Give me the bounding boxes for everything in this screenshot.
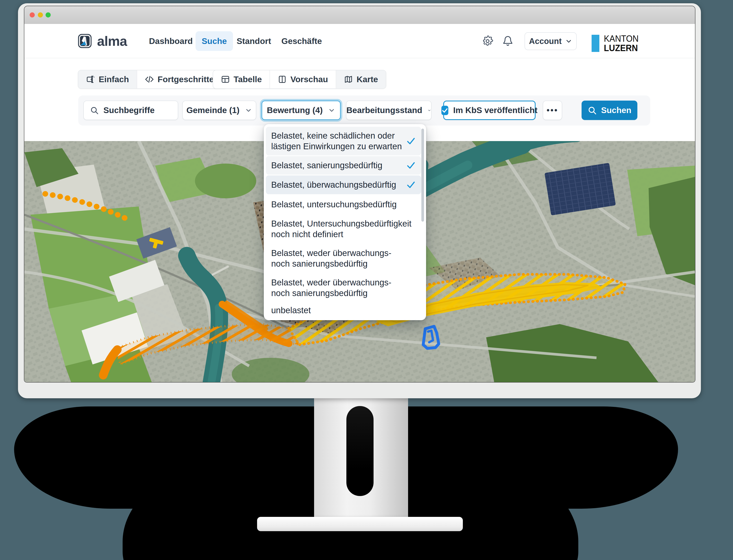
tab-tabelle[interactable]: Tabelle: [213, 70, 270, 88]
app-window: alma Dashboard Suche Standort Geschäfte …: [24, 6, 695, 383]
dropdown-option-label: Belastet, Untersuchungsbedürftigkeit noc…: [271, 218, 416, 240]
dropdown-option[interactable]: Belastet, überwachungsbedürftig: [266, 175, 421, 194]
tab-einfach[interactable]: Einfach: [78, 70, 137, 88]
nav-item-suche[interactable]: Suche: [196, 31, 233, 51]
suchen-button[interactable]: Suchen: [582, 101, 637, 120]
check-icon: [406, 136, 416, 146]
bearbeitungsstand-filter-label: Bearbeitungsstand: [347, 105, 422, 115]
map-icon: [344, 75, 353, 84]
nav-item-standort[interactable]: Standort: [237, 31, 271, 51]
tab-vorschau[interactable]: Vorschau: [270, 70, 336, 88]
tab-tabelle-label: Tabelle: [234, 75, 262, 84]
kanton-line1: KANTON: [604, 34, 639, 43]
more-filters-button[interactable]: •••: [543, 101, 562, 120]
search-placeholder: Suchbegriffe: [103, 105, 155, 115]
settings-gear-icon[interactable]: [482, 36, 493, 47]
result-view-tabs: Tabelle Vorschau Karte: [213, 70, 386, 89]
dropdown-option-label: Belastet, weder überwachungs- noch sanie…: [271, 248, 416, 269]
chevron-down-icon: [565, 38, 572, 45]
dropdown-option[interactable]: Belastet, weder überwachungs- noch sanie…: [266, 274, 421, 302]
chevron-down-icon: [245, 107, 252, 114]
window-zoom-button[interactable]: [46, 12, 51, 18]
tab-einfach-label: Einfach: [99, 75, 129, 84]
bewertung-filter-label: Bewertung (4): [267, 105, 323, 115]
bearbeitungsstand-filter-dropdown[interactable]: Bearbeitungsstand: [346, 101, 431, 120]
filter-bar: Suchbegriffe Gemeinde (1) Bewertung (4) …: [78, 95, 650, 126]
account-menu-button[interactable]: Account: [524, 32, 577, 50]
suchen-button-label: Suchen: [601, 105, 631, 115]
dropdown-option[interactable]: Belastet, keine schädlichen oder lästige…: [266, 127, 421, 155]
alma-logo-icon: [78, 34, 92, 48]
code-brackets-icon: [145, 75, 154, 84]
notifications-bell-icon[interactable]: [502, 36, 513, 47]
dropdown-option-label: unbelastet: [271, 305, 416, 316]
top-navbar: alma Dashboard Suche Standort Geschäfte …: [24, 24, 695, 58]
search-mode-tabs: Einfach Fortgeschritten: [78, 70, 227, 89]
brand-wordmark: alma: [97, 31, 127, 51]
rename-cursor-icon: [86, 75, 95, 84]
more-filters-dots: •••: [547, 106, 558, 115]
chevron-down-icon: [328, 107, 335, 114]
bewertung-filter-dropdown[interactable]: Bewertung (4): [262, 101, 341, 120]
nav-item-dashboard[interactable]: Dashboard: [149, 31, 193, 51]
bewertung-dropdown-panel: Belastet, keine schädlichen oder lästige…: [264, 124, 426, 320]
dropdown-option[interactable]: unbelastet: [266, 303, 421, 318]
search-icon: [587, 106, 597, 115]
kanton-luzern-mark: [592, 35, 599, 52]
monitor-stand-cable-slot: [347, 406, 373, 496]
check-icon: [406, 180, 416, 190]
window-minimize-button[interactable]: [38, 12, 43, 18]
table-icon: [221, 75, 230, 84]
dropdown-option-label: Belastet, sanierungsbedürftig: [271, 160, 406, 171]
gemeinde-filter-label: Gemeinde (1): [186, 105, 240, 115]
gemeinde-filter-dropdown[interactable]: Gemeinde (1): [182, 101, 256, 120]
dropdown-option[interactable]: Belastet, weder überwachungs- noch sanie…: [266, 244, 421, 273]
dropdown-option-label: Belastet, weder überwachungs- noch sanie…: [271, 277, 416, 299]
check-icon: [406, 160, 416, 170]
tab-fortgeschritten-label: Fortgeschritten: [158, 75, 219, 84]
dropdown-option[interactable]: Belastet, sanierungsbedürftig: [266, 156, 421, 175]
nav-item-geschaefte[interactable]: Geschäfte: [282, 31, 322, 51]
dropdown-option[interactable]: Belastet, untersuchungsbedürftig: [266, 195, 421, 214]
kbs-published-label: Im KbS veröffentlicht: [453, 105, 537, 115]
search-icon: [90, 106, 99, 115]
window-titlebar: [24, 6, 695, 24]
dropdown-option-label: Belastet, keine schädlichen oder lästige…: [271, 130, 406, 152]
window-close-button[interactable]: [30, 12, 35, 18]
dropdown-scrollbar-thumb[interactable]: [421, 129, 424, 222]
dropdown-option-label: Belastet, untersuchungsbedürftig: [271, 199, 416, 210]
split-panel-icon: [278, 75, 287, 84]
tab-vorschau-label: Vorschau: [291, 75, 328, 84]
monitor-stand-base: [257, 517, 463, 531]
kbs-published-toggle[interactable]: Im KbS veröffentlicht: [443, 101, 536, 120]
account-label: Account: [529, 37, 562, 46]
tab-karte[interactable]: Karte: [336, 70, 386, 88]
dropdown-option-label: Belastet, überwachungsbedürftig: [271, 180, 406, 190]
kanton-luzern-logo: KANTON LUZERN: [592, 35, 639, 52]
kanton-line2: LUZERN: [604, 43, 639, 53]
checkbox-checked-icon[interactable]: [441, 106, 448, 115]
dropdown-option[interactable]: Belastet, Untersuchungsbedürftigkeit noc…: [266, 215, 421, 243]
chevron-down-icon: [427, 107, 431, 114]
search-input[interactable]: Suchbegriffe: [83, 101, 178, 120]
tab-karte-label: Karte: [357, 75, 378, 84]
